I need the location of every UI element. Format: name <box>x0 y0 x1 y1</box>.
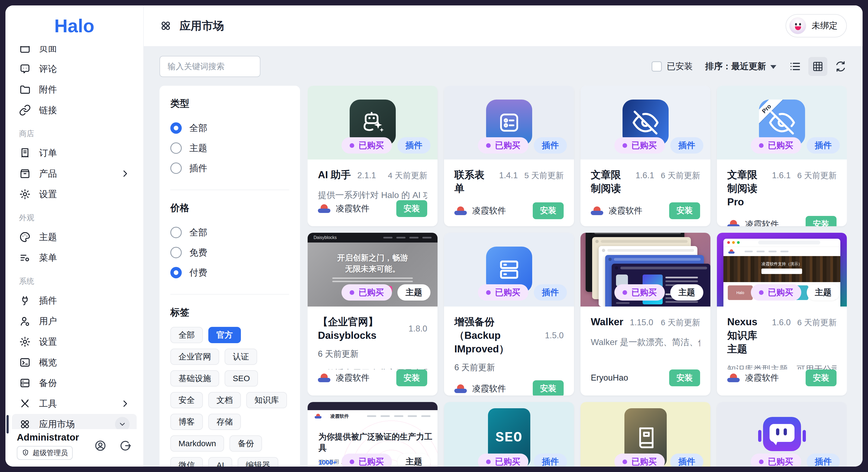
app-card-增强备份（Backup IMproved）[interactable]: 已购买插件 增强备份（Backup IMproved） 1.5.0 6 天前更新… <box>444 233 574 396</box>
radio-selected-icon[interactable] <box>170 122 182 134</box>
tag-编辑器[interactable]: 编辑器 <box>238 457 278 467</box>
sidebar-item-工具[interactable]: 工具 <box>12 394 137 414</box>
app-card-【企业官网】Daisyblocks[interactable]: Daisyblocks 开启创新之门，畅游无限未来可能。 已购买主题 【企业官网… <box>308 233 437 396</box>
tag-企业官网[interactable]: 企业官网 <box>170 349 219 365</box>
install-button[interactable]: 安装 <box>533 380 564 396</box>
app-updated: 4 天前更新 <box>388 170 427 181</box>
refresh-icon[interactable] <box>834 60 847 73</box>
sidebar-item-label: 设置 <box>39 188 57 200</box>
list-view-icon[interactable] <box>789 60 801 73</box>
tag-官方[interactable]: 官方 <box>208 327 241 343</box>
radio-unselected-icon[interactable] <box>170 227 182 238</box>
app-card-文章限制阅读[interactable]: 已购买插件 文章限制阅读 1.6.1 6 天前更新 限制阅读，支持用户登录查看、… <box>581 86 710 226</box>
vendor[interactable]: 凌霞软件 <box>727 219 779 226</box>
vendor[interactable]: 凌霞软件 <box>318 203 369 214</box>
install-button[interactable]: 安装 <box>396 200 427 217</box>
install-button[interactable]: 安装 <box>396 370 427 386</box>
price-filter-option-付费[interactable]: 付费 <box>170 262 289 283</box>
price-filter-title: 价格 <box>170 201 289 214</box>
sidebar-item-页面[interactable]: 页面 <box>12 46 137 59</box>
grid-view-button[interactable] <box>808 57 827 76</box>
sidebar-item-应用市场[interactable]: 应用市场 <box>12 414 137 429</box>
vendor-name: 凌霞软件 <box>745 372 779 384</box>
badge-theme: 主题 <box>670 284 703 301</box>
vendor[interactable]: 凌霞软件 <box>454 205 506 217</box>
chevron-down-icon[interactable] <box>115 417 130 429</box>
app-card-文章限制阅读 Pro[interactable]: Pro已购买插件 文章限制阅读 Pro 1.6.1 6 天前更新 限制阅读，支持… <box>717 86 847 226</box>
app-card-AI 助手[interactable]: 已购买插件 AI 助手 2.1.1 4 天前更新 提供一系列针对 Halo 的 … <box>308 86 437 226</box>
tag-博客[interactable]: 博客 <box>170 414 203 430</box>
install-button[interactable]: 安装 <box>533 202 564 219</box>
installed-label: 已安装 <box>667 61 693 72</box>
sidebar-item-菜单[interactable]: 菜单 <box>12 247 137 268</box>
tag-微信[interactable]: 微信 <box>170 457 203 467</box>
user-circle-icon[interactable] <box>94 439 107 452</box>
search-input[interactable] <box>159 56 260 77</box>
sidebar-item-主题[interactable]: 主题 <box>12 227 137 247</box>
tag-存储[interactable]: 存储 <box>208 414 241 430</box>
sidebar-item-用户[interactable]: 用户 <box>12 311 137 332</box>
app-card-Nexus 知识库主题[interactable]: 凌霞软件支持（演示） Halo1PanelQ&A 已购买主题 Nexus 知识库… <box>717 233 847 396</box>
app-card[interactable]: 凌霞软件 为你提供被广泛验证的生产力工具 强大易用，值得信赖 了解更多 1000… <box>308 402 437 467</box>
content: 已安装 排序：最近更新 <box>144 46 863 467</box>
vendor-name: 凌霞软件 <box>472 383 506 395</box>
logout-icon[interactable] <box>119 439 132 452</box>
price-filter-option-全部[interactable]: 全部 <box>170 222 289 243</box>
installed-checkbox[interactable] <box>652 61 662 72</box>
tag-文档[interactable]: 文档 <box>208 392 241 408</box>
sidebar-item-备份[interactable]: 备份 <box>12 373 137 394</box>
tag-SEO[interactable]: SEO <box>225 370 258 386</box>
type-filter-option-插件[interactable]: 插件 <box>170 158 289 178</box>
radio-unselected-icon[interactable] <box>170 247 182 258</box>
tag-全部[interactable]: 全部 <box>170 327 203 343</box>
sort-dropdown[interactable]: 排序：最近更新 <box>705 61 776 72</box>
account-button[interactable]: 未绑定 <box>785 14 847 37</box>
installed-filter[interactable]: 已安装 <box>652 61 693 72</box>
type-filter-option-全部[interactable]: 全部 <box>170 118 289 138</box>
sidebar-item-插件[interactable]: 插件 <box>12 290 137 311</box>
page-icon <box>19 46 31 54</box>
install-button[interactable]: 安装 <box>806 216 837 226</box>
app-version: 1.4.1 <box>499 170 518 180</box>
sidebar-item-设置[interactable]: 设置 <box>12 184 137 204</box>
vendor[interactable]: EryouHao <box>591 373 628 383</box>
install-button[interactable]: 安装 <box>669 202 700 219</box>
chevron-right-icon <box>120 399 130 408</box>
radio-unselected-icon[interactable] <box>170 143 182 154</box>
link-icon <box>19 104 31 116</box>
app-card-联系表单[interactable]: 已购买插件 联系表单 1.4.1 5 天前更新 适用于 Halo 2.0 联系表… <box>444 86 574 226</box>
radio-unselected-icon[interactable] <box>170 162 182 174</box>
tag-认证[interactable]: 认证 <box>225 349 257 365</box>
sidebar-item-订单[interactable]: 订单 <box>12 143 137 163</box>
vendor[interactable]: 凌霞软件 <box>318 372 369 384</box>
tag-AI[interactable]: AI <box>208 457 232 467</box>
sidebar-item-评论[interactable]: 评论 <box>12 59 137 79</box>
tag-安全[interactable]: 安全 <box>170 392 203 408</box>
price-filter-option-免费[interactable]: 免费 <box>170 243 289 262</box>
sidebar-item-附件[interactable]: 附件 <box>12 79 137 100</box>
radio-selected-icon[interactable] <box>170 267 182 278</box>
vendor[interactable]: 凌霞软件 <box>591 205 642 217</box>
app-card[interactable]: 已购买插件 <box>581 402 710 467</box>
app-card[interactable]: SEO已购买插件 <box>444 402 574 467</box>
app-card-Walker[interactable]: Ryan Wang 已购买主题 Walker 1.15.0 6 天前更新 <box>581 233 710 396</box>
install-button[interactable]: 安装 <box>806 370 837 386</box>
caret-down-icon <box>770 65 776 69</box>
nav-section-label: 商店 <box>12 120 137 143</box>
sidebar-item-产品[interactable]: 产品 <box>12 163 137 184</box>
tag-知识库[interactable]: 知识库 <box>246 392 287 408</box>
tag-基础设施[interactable]: 基础设施 <box>170 370 219 386</box>
tag-备份[interactable]: 备份 <box>229 435 262 452</box>
vendor-logo <box>591 207 603 215</box>
vendor[interactable]: 凌霞软件 <box>454 383 506 395</box>
sidebar-item-概览[interactable]: 概览 <box>12 352 137 373</box>
vendor-name: 凌霞软件 <box>472 205 506 217</box>
vendor[interactable]: 凌霞软件 <box>727 372 779 384</box>
tag-Markdown[interactable]: Markdown <box>170 435 224 452</box>
sidebar-item-设置[interactable]: 设置 <box>12 332 137 352</box>
app-card[interactable]: 已购买插件 <box>717 402 847 467</box>
install-button[interactable]: 安装 <box>669 370 700 386</box>
app-version: 1.6.1 <box>772 170 791 180</box>
type-filter-option-主题[interactable]: 主题 <box>170 138 289 158</box>
sidebar-item-链接[interactable]: 链接 <box>12 100 137 120</box>
